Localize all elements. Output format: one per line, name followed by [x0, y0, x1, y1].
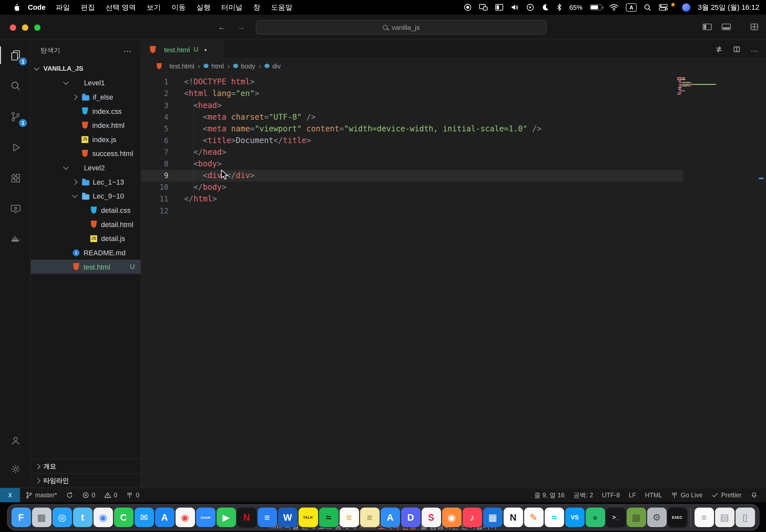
code-line-4[interactable]: 4 <meta charset="UTF-8" /> [141, 111, 683, 123]
code-line-2[interactable]: 2<html lang="en"> [141, 88, 683, 100]
control-center-icon[interactable] [659, 4, 668, 11]
dock-twitter[interactable]: t [73, 508, 92, 527]
dock-system-settings[interactable]: ⚙ [647, 508, 666, 527]
screen-mirroring-icon[interactable] [479, 4, 488, 11]
dock-blue-lines-app[interactable]: ≡ [257, 508, 277, 527]
dock-exec-app[interactable]: EXEC [667, 508, 687, 527]
sidebar-panel-[interactable]: 타임라인 [31, 473, 140, 488]
activity-extensions[interactable] [0, 165, 31, 191]
dock-word[interactable]: W [278, 508, 297, 527]
status-notifications[interactable] [746, 488, 762, 502]
activity-docker[interactable] [0, 227, 31, 252]
tree-item-if-else[interactable]: if_else [31, 90, 140, 104]
minimap[interactable] [677, 77, 736, 97]
code-line-7[interactable]: 7 </head> [141, 146, 683, 158]
navigate-forward-button[interactable]: → [237, 22, 245, 32]
dock-photos[interactable]: ◉ [175, 508, 195, 527]
dock-docker[interactable]: ≈ [544, 508, 564, 527]
close-window-button[interactable] [10, 24, 16, 31]
wifi-icon[interactable] [610, 4, 619, 11]
menubar-clock[interactable]: 3월 25일 (월) 16:12 [698, 3, 759, 12]
menubar-app-circle-icon[interactable] [682, 3, 691, 12]
navigate-back-button[interactable]: ← [218, 22, 226, 32]
tree-item-test-html[interactable]: test.htmlU [31, 260, 140, 274]
dock-discord[interactable]: D [401, 508, 420, 527]
menu-item-[interactable]: 이동 [166, 3, 191, 12]
code-line-12[interactable]: 12 [141, 205, 683, 217]
dock-green-chat[interactable]: C [114, 508, 133, 527]
dock-app-store[interactable]: A [155, 508, 174, 527]
editor-pane[interactable]: 1<!DOCTYPE html>2<html lang="en">3 <head… [141, 73, 766, 488]
tree-item-index-js[interactable]: index.js [31, 132, 140, 147]
dock-kakaotalk[interactable]: TALK [298, 508, 318, 527]
dock-blue-a-app[interactable]: A [380, 508, 400, 527]
status-warnings[interactable]: 0 [100, 488, 122, 502]
status-go-live[interactable]: Go Live [667, 488, 707, 502]
menu-item-[interactable]: 창 [248, 3, 266, 12]
apple-menu-icon[interactable] [13, 3, 21, 12]
dock-launchpad[interactable]: ▦ [32, 508, 51, 527]
breadcrumb-item-body[interactable]: body [233, 62, 255, 70]
dock-blue-grid-app[interactable]: ▦ [483, 508, 503, 527]
sidebar-more-actions[interactable]: ⋯ [124, 46, 132, 55]
activity-remote-explorer[interactable] [0, 196, 31, 222]
code-line-6[interactable]: 6 <title>Document</title> [141, 135, 683, 146]
status-encoding[interactable]: UTF-8 [598, 488, 624, 502]
menu-item-[interactable]: 선택 영역 [100, 3, 141, 12]
activity-source-control[interactable]: 1 [0, 104, 31, 129]
dock-terminal[interactable]: >_ [606, 508, 626, 527]
tree-item-lec-9-10[interactable]: Lec_9~10 [31, 189, 140, 203]
dock-netflix[interactable]: N [237, 508, 256, 527]
tree-item-index-css[interactable]: index.css [31, 104, 140, 118]
breadcrumb-item-test-html[interactable]: test.html [155, 62, 194, 70]
status-sync[interactable] [61, 488, 78, 502]
dock-safari[interactable]: ◎ [52, 508, 72, 527]
sidebar-panel-[interactable]: 개요 [31, 459, 140, 474]
dock-finder[interactable]: F [11, 508, 31, 527]
status-remote-indicator[interactable] [0, 488, 20, 502]
activity-run-debug[interactable] [0, 135, 31, 160]
record-icon[interactable] [464, 4, 472, 11]
tree-item-readme-md[interactable]: README.md [31, 246, 140, 260]
breadcrumb-item-html[interactable]: html [203, 62, 224, 70]
dock-stickies[interactable]: ≡ [360, 508, 379, 527]
status-indentation[interactable]: 공백: 2 [569, 488, 598, 502]
dock-pencil-app[interactable]: ✎ [524, 508, 543, 527]
dock-spotify[interactable]: ≈ [319, 508, 338, 527]
status-git-branch[interactable]: master* [21, 488, 62, 502]
focus-moon-icon[interactable] [542, 4, 550, 11]
tree-item-detail-html[interactable]: detail.html [31, 217, 140, 232]
bluetooth-icon[interactable] [557, 4, 562, 11]
dock-facetime[interactable]: ▶ [216, 508, 236, 527]
split-editor-icon[interactable] [733, 45, 741, 53]
dock-trash[interactable]: ▯ [735, 508, 755, 527]
activity-account[interactable] [0, 428, 31, 453]
dock-zoom[interactable]: zoom [196, 508, 215, 527]
breadcrumb-item-div[interactable]: div [264, 62, 281, 70]
menu-item-[interactable]: 터미널 [216, 3, 248, 12]
tab-test-html[interactable]: test.html U ● [141, 40, 223, 59]
dock-chrome[interactable]: ◉ [93, 508, 113, 527]
code-line-1[interactable]: 1<!DOCTYPE html> [141, 76, 683, 88]
menu-item-[interactable]: 파일 [50, 3, 75, 12]
window-tiling-icon[interactable] [495, 4, 504, 11]
minimize-window-button[interactable] [22, 24, 29, 31]
command-center-search[interactable]: vanilla_js [256, 20, 547, 35]
menu-item-[interactable]: 실행 [191, 3, 216, 12]
tree-item-lec-1-13[interactable]: Lec_1~13 [31, 175, 140, 189]
dock-mail[interactable]: ✉ [134, 508, 154, 527]
status-language-mode[interactable]: HTML [640, 488, 666, 502]
volume-icon[interactable] [511, 4, 519, 11]
tree-item-detail-js[interactable]: detail.js [31, 231, 140, 246]
activity-settings[interactable] [0, 456, 31, 482]
code-line-10[interactable]: 10 </body> [141, 182, 683, 193]
tree-item-level1[interactable]: Level1 [31, 76, 140, 90]
status-eol[interactable]: LF [624, 488, 640, 502]
menu-item-[interactable]: 보기 [141, 3, 166, 12]
status-errors[interactable]: 0 [78, 488, 100, 502]
dock-green-orb-app[interactable]: ● [586, 508, 605, 527]
dock-document-file[interactable]: ≡ [694, 508, 714, 527]
menu-item-[interactable]: 도움말 [266, 3, 298, 12]
code-line-3[interactable]: 3 <head> [141, 100, 683, 111]
dock-notion[interactable]: N [504, 508, 523, 527]
